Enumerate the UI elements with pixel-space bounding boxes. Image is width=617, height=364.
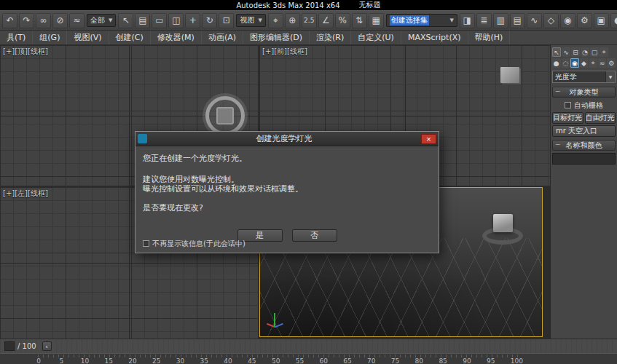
target-light-button[interactable]: 目标灯光	[552, 112, 583, 124]
menu-tools[interactable]: 具(T)	[0, 31, 33, 44]
autogrid-checkbox[interactable]	[565, 102, 571, 108]
current-frame-field[interactable]	[4, 341, 15, 351]
move-icon[interactable]: +	[185, 13, 200, 28]
tab-hierarchy[interactable]: ⊟	[571, 47, 580, 57]
menu-graph-editors[interactable]: 图形编辑器(D)	[243, 31, 310, 44]
scene-object[interactable]	[500, 67, 519, 83]
percent-snap-icon[interactable]: %	[335, 13, 350, 28]
menu-customize[interactable]: 自定义(U)	[351, 31, 401, 44]
region-select-icon[interactable]: ▭	[152, 13, 167, 28]
menu-views[interactable]: 视图(V)	[67, 31, 109, 44]
object-cube	[493, 214, 513, 232]
ruler-tick: 95	[487, 357, 495, 364]
curve-editor-icon[interactable]: ∿	[527, 13, 542, 28]
no-button[interactable]: 否	[292, 229, 337, 242]
menu-group[interactable]: 组(G)	[33, 31, 67, 44]
ribbon-toggle-icon[interactable]: ▤	[510, 13, 525, 28]
time-slider[interactable]: / 100 ‹	[0, 339, 617, 353]
dialog-titlebar[interactable]: 创建光度学灯光 ×	[135, 132, 439, 146]
light-type-dropdown[interactable]: 光度学 ▼	[552, 71, 616, 83]
light-buttons: 目标灯光 自由灯光 mr 天空入口	[552, 112, 616, 137]
tab-modify[interactable]: ∿	[562, 47, 570, 57]
mr-sky-portal-button[interactable]: mr 天空入口	[552, 125, 616, 137]
object-type-rollout[interactable]: − 对象类型	[552, 87, 616, 98]
name-color-rollout[interactable]: − 名称和颜色	[552, 140, 616, 151]
category-geometry-icon[interactable]: ●	[552, 58, 561, 68]
edit-named-sets-icon[interactable]: ▦	[369, 13, 384, 28]
app-title: Autodesk 3ds Max 2014 x64	[236, 1, 339, 9]
timeline-ruler[interactable]: 0 5 10 15 20 25 30 35 40 45 50 55 60 65 …	[0, 353, 617, 364]
y-axis-icon	[274, 313, 275, 327]
mirror-icon[interactable]: ◨	[460, 13, 475, 28]
window-titlebar: Autodesk 3ds Max 2014 x64 无标题	[0, 0, 617, 10]
bind-spacewarp-icon[interactable]: ≈	[69, 13, 85, 28]
menu-create[interactable]: 创建(C)	[109, 31, 151, 44]
light-type-value: 光度学	[555, 72, 577, 82]
scene-object[interactable]	[481, 214, 527, 248]
render-icon[interactable]: ●	[610, 13, 617, 28]
tab-create[interactable]: ↖	[552, 47, 561, 57]
category-helpers-icon[interactable]: ⌖	[589, 58, 597, 68]
ruler-tick: 15	[104, 357, 112, 364]
object-name-field[interactable]	[552, 153, 616, 165]
free-light-button[interactable]: 自由灯光	[585, 112, 616, 124]
tab-motion[interactable]: ◔	[581, 47, 589, 57]
object-type-rollout-label: 对象类型	[570, 87, 599, 98]
align-icon[interactable]: ≣	[476, 13, 492, 28]
select-link-icon[interactable]: ∞	[36, 13, 51, 28]
viewport-top-label[interactable]: [+][顶][线框]	[3, 47, 48, 57]
redo-icon[interactable]: ↷	[19, 13, 34, 28]
menu-animation[interactable]: 动画(A)	[202, 31, 243, 44]
undo-icon[interactable]: ↶	[2, 13, 17, 28]
ruler-tick: 65	[343, 357, 351, 364]
create-photometric-light-dialog: 创建光度学灯光 × 您正在创建一个光度学灯光。 建议您使用对数曝光控制。 曝光控…	[135, 131, 439, 253]
ruler-tick: 80	[415, 357, 423, 364]
spinner-snap-icon[interactable]: ⇅	[352, 13, 367, 28]
render-setup-icon[interactable]: ⚙	[577, 13, 592, 28]
category-systems-icon[interactable]: ⚙	[607, 58, 616, 68]
ruler-tick: 60	[319, 357, 327, 364]
menu-help[interactable]: 帮助(H)	[468, 31, 511, 44]
scale-icon[interactable]: ⊡	[219, 13, 234, 28]
angle-snap-icon[interactable]: ∠	[318, 13, 334, 28]
select-object-icon[interactable]: ↖	[118, 13, 133, 28]
tab-display[interactable]: ▢	[590, 47, 599, 57]
rendered-frame-icon[interactable]: ▣	[594, 13, 609, 28]
tab-utilities[interactable]: ⌖	[600, 47, 608, 57]
ruler-tick: 90	[463, 357, 471, 364]
manipulate-icon[interactable]: ⊕	[285, 13, 300, 28]
reference-coordinate-value: 视图	[240, 15, 254, 25]
reference-coordinate-dropdown[interactable]: 视图 ▼	[236, 14, 265, 27]
ruler-tick: 100	[511, 357, 523, 364]
command-panel-tabs: ↖ ∿ ⊟ ◔ ▢ ⌖	[552, 47, 616, 57]
menu-modifiers[interactable]: 修改器(M)	[151, 31, 202, 44]
photometric-light-gizmo[interactable]	[205, 96, 245, 135]
category-spacewarps-icon[interactable]: ≈	[598, 58, 607, 68]
select-by-name-icon[interactable]: ▤	[135, 13, 150, 28]
layer-manager-icon[interactable]: ▥	[493, 13, 508, 28]
ruler-tick: 0	[35, 357, 42, 364]
ruler-tick: 75	[391, 357, 399, 364]
material-editor-icon[interactable]: ◉	[560, 13, 575, 28]
snap-toggle-button[interactable]: 2.5	[302, 13, 317, 28]
create-categories: ● ◌ ◉ ◆ ⌖ ≈ ⚙	[552, 58, 616, 68]
selection-filter-dropdown[interactable]: 全部 ▼	[87, 14, 116, 27]
dialog-title: 创建光度学灯光	[147, 133, 421, 144]
close-icon[interactable]: ×	[421, 134, 436, 144]
category-cameras-icon[interactable]: ◆	[580, 58, 589, 68]
unlink-icon[interactable]: ⊘	[52, 13, 68, 28]
viewport-front-label[interactable]: [+][前][线框]	[262, 47, 307, 57]
dont-show-again-checkbox[interactable]	[143, 240, 149, 247]
named-selection-dropdown[interactable]: 创建选择集 ▼	[386, 14, 457, 27]
schematic-view-icon[interactable]: ◇	[543, 13, 559, 28]
category-lights-icon[interactable]: ◉	[570, 58, 579, 68]
menu-rendering[interactable]: 渲染(R)	[310, 31, 351, 44]
rotate-icon[interactable]: ↻	[202, 13, 217, 28]
previous-frame-button[interactable]: ‹	[42, 341, 52, 351]
use-pivot-icon[interactable]: ⌖	[268, 13, 283, 28]
category-shapes-icon[interactable]: ◌	[562, 58, 570, 68]
window-crossing-icon[interactable]: ◫	[168, 13, 184, 28]
menu-maxscript[interactable]: MAXScript(X)	[401, 31, 468, 44]
viewport-left-label[interactable]: [+][左][线框]	[3, 189, 48, 199]
ruler-tick: 40	[224, 357, 232, 364]
